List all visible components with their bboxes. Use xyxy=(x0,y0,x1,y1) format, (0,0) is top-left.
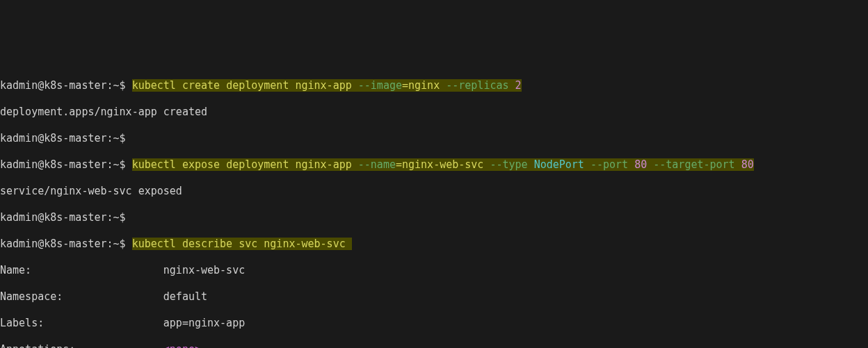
prompt-idle-2: kadmin@k8s-master:~$ xyxy=(0,211,868,224)
desc-namespace: Namespace: default xyxy=(0,290,868,304)
cmd-line-1: kadmin@k8s-master:~$ kubectl create depl… xyxy=(0,79,868,92)
prompt-host: k8s-master xyxy=(44,79,106,92)
cmd-line-3: kadmin@k8s-master:~$ kubectl describe sv… xyxy=(0,238,868,251)
terminal[interactable]: kadmin@k8s-master:~$ kubectl create depl… xyxy=(0,66,868,348)
cmd2-kubectl: kubectl xyxy=(132,158,176,171)
desc-name: Name: nginx-web-svc xyxy=(0,264,868,277)
cmd-line-2: kadmin@k8s-master:~$ kubectl expose depl… xyxy=(0,158,868,172)
prompt-path: ~ xyxy=(113,79,120,92)
output-1: deployment.apps/nginx-app created xyxy=(0,106,868,119)
prompt-idle-1: kadmin@k8s-master:~$ xyxy=(0,132,868,145)
prompt-user: kadmin xyxy=(0,79,38,92)
cmd3-kubectl: kubectl xyxy=(132,238,176,250)
output-2: service/nginx-web-svc exposed xyxy=(0,185,868,198)
desc-annotations: Annotations: <none> xyxy=(0,343,868,348)
cmd1-kubectl: kubectl xyxy=(132,79,176,92)
desc-labels: Labels: app=nginx-app xyxy=(0,317,868,330)
